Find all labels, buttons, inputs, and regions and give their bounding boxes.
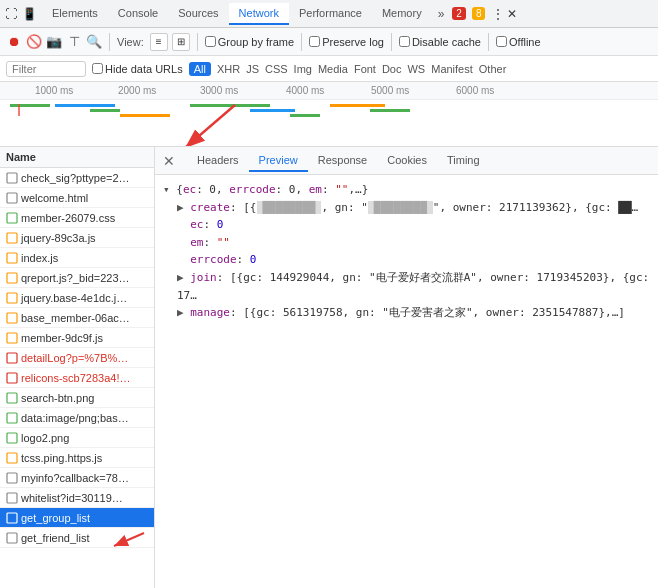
disable-cache-checkbox[interactable] <box>399 36 410 47</box>
bar-8 <box>330 104 385 107</box>
disable-cache-checkbox-row[interactable]: Disable cache <box>399 36 481 48</box>
camera-button[interactable]: 📷 <box>46 34 62 50</box>
filter-button[interactable]: ⊤ <box>66 34 82 50</box>
file-list-panel: Name check_sig?pttype=2… welcome.html me… <box>0 147 155 588</box>
json-expand-manage[interactable]: ▶ <box>177 306 184 319</box>
preserve-log-checkbox-row[interactable]: Preserve log <box>309 36 384 48</box>
timeline-bars[interactable] <box>0 100 658 146</box>
search-button[interactable]: 🔍 <box>86 34 102 50</box>
file-item[interactable]: tcss.ping.https.js <box>0 448 154 468</box>
detail-panel: ✕ Headers Preview Response Cookies Timin… <box>155 147 658 588</box>
svg-rect-2 <box>7 173 17 183</box>
file-item[interactable]: index.js <box>0 248 154 268</box>
bar-2 <box>55 104 115 107</box>
filter-css[interactable]: CSS <box>265 63 288 75</box>
file-icon <box>6 192 18 204</box>
sep5 <box>488 33 489 51</box>
file-item-selected[interactable]: get_group_list <box>0 508 154 528</box>
file-item[interactable]: search-btn.png <box>0 388 154 408</box>
file-item[interactable]: relicons-scb7283a4!… <box>0 368 154 388</box>
file-item[interactable]: welcome.html <box>0 188 154 208</box>
clear-button[interactable]: 🚫 <box>26 34 42 50</box>
file-item[interactable]: check_sig?pttype=2… <box>0 168 154 188</box>
file-item[interactable]: jquery.base-4e1dc.j… <box>0 288 154 308</box>
tab-console[interactable]: Console <box>108 3 168 25</box>
file-icon <box>6 212 18 224</box>
file-name: data:image/png;bas… <box>21 412 129 424</box>
filter-doc[interactable]: Doc <box>382 63 402 75</box>
file-item[interactable]: jquery-89c3a.js <box>0 228 154 248</box>
svg-rect-15 <box>7 433 17 443</box>
detail-tab-cookies[interactable]: Cookies <box>377 150 437 172</box>
view-list-button[interactable]: ≡ <box>150 33 168 51</box>
json-root-label: {ec: 0, errcode: 0, em: "",…} <box>176 183 368 196</box>
record-button[interactable]: ⏺ <box>6 34 22 50</box>
file-item[interactable]: data:image/png;bas… <box>0 408 154 428</box>
hide-data-urls-label: Hide data URLs <box>105 63 183 75</box>
filter-xhr[interactable]: XHR <box>217 63 240 75</box>
svg-rect-19 <box>7 513 17 523</box>
detail-tab-response[interactable]: Response <box>308 150 378 172</box>
filter-ws[interactable]: WS <box>407 63 425 75</box>
json-expand-join[interactable]: ▶ <box>177 271 184 284</box>
tab-elements[interactable]: Elements <box>42 3 108 25</box>
json-expand-root[interactable]: ▾ <box>163 183 170 196</box>
file-icon <box>6 412 18 424</box>
filter-font[interactable]: Font <box>354 63 376 75</box>
detail-close-button[interactable]: ✕ <box>155 153 183 169</box>
file-icon <box>6 272 18 284</box>
json-join-val: [{gc: 144929044, gn: "电子爱好者交流群A", owner:… <box>177 271 649 302</box>
view-grid-button[interactable]: ⊞ <box>172 33 190 51</box>
file-icon <box>6 452 18 464</box>
file-item[interactable]: member-26079.css <box>0 208 154 228</box>
file-item[interactable]: detailLog?p=%7B%… <box>0 348 154 368</box>
preserve-log-checkbox[interactable] <box>309 36 320 47</box>
more-tabs-button[interactable]: » <box>432 5 451 23</box>
filter-manifest[interactable]: Manifest <box>431 63 473 75</box>
file-icon <box>6 392 18 404</box>
json-expand-create[interactable]: ▶ <box>177 201 184 214</box>
svg-rect-12 <box>7 373 17 383</box>
bar-7 <box>290 114 320 117</box>
warn-count-badge: 8 <box>472 7 486 20</box>
tab-memory[interactable]: Memory <box>372 3 432 25</box>
offline-checkbox[interactable] <box>496 36 507 47</box>
tab-network[interactable]: Network <box>229 3 289 25</box>
file-item[interactable]: base_member-06ac… <box>0 308 154 328</box>
filter-input[interactable] <box>6 61 86 77</box>
hide-data-urls-row[interactable]: Hide data URLs <box>92 63 183 75</box>
detail-tab-preview[interactable]: Preview <box>249 150 308 172</box>
close-devtools-icon[interactable]: ✕ <box>505 7 519 21</box>
tab-sources[interactable]: Sources <box>168 3 228 25</box>
file-item[interactable]: member-9dc9f.js <box>0 328 154 348</box>
settings-icon[interactable]: ⋮ <box>491 7 505 21</box>
json-manage-key: manage <box>190 306 230 319</box>
detail-tab-timing[interactable]: Timing <box>437 150 490 172</box>
detail-tab-headers[interactable]: Headers <box>187 150 249 172</box>
offline-checkbox-row[interactable]: Offline <box>496 36 541 48</box>
filter-img[interactable]: Img <box>294 63 312 75</box>
timeline-area: 1000 ms 2000 ms 3000 ms 4000 ms 5000 ms … <box>0 82 658 147</box>
file-item[interactable]: get_friend_list <box>0 528 154 548</box>
file-name: detailLog?p=%7B%… <box>21 352 128 364</box>
file-item[interactable]: qreport.js?_bid=223… <box>0 268 154 288</box>
inspect-icon[interactable]: ⛶ <box>4 7 18 21</box>
device-icon[interactable]: 📱 <box>22 7 36 21</box>
ruler-2000ms: 2000 ms <box>118 85 156 96</box>
file-item[interactable]: whitelist?id=30119… <box>0 488 154 508</box>
file-item[interactable]: myinfo?callback=78… <box>0 468 154 488</box>
filter-all[interactable]: All <box>189 62 211 76</box>
group-by-frame-checkbox[interactable] <box>205 36 216 47</box>
file-icon <box>6 252 18 264</box>
file-icon <box>6 332 18 344</box>
filter-js[interactable]: JS <box>246 63 259 75</box>
group-by-frame-checkbox-row[interactable]: Group by frame <box>205 36 294 48</box>
json-em-key: em <box>190 236 203 249</box>
tab-performance[interactable]: Performance <box>289 3 372 25</box>
ruler-1000ms: 1000 ms <box>35 85 73 96</box>
file-item[interactable]: logo2.png <box>0 428 154 448</box>
filter-other[interactable]: Other <box>479 63 507 75</box>
hide-data-urls-checkbox[interactable] <box>92 63 103 74</box>
filter-media[interactable]: Media <box>318 63 348 75</box>
svg-rect-11 <box>7 353 17 363</box>
